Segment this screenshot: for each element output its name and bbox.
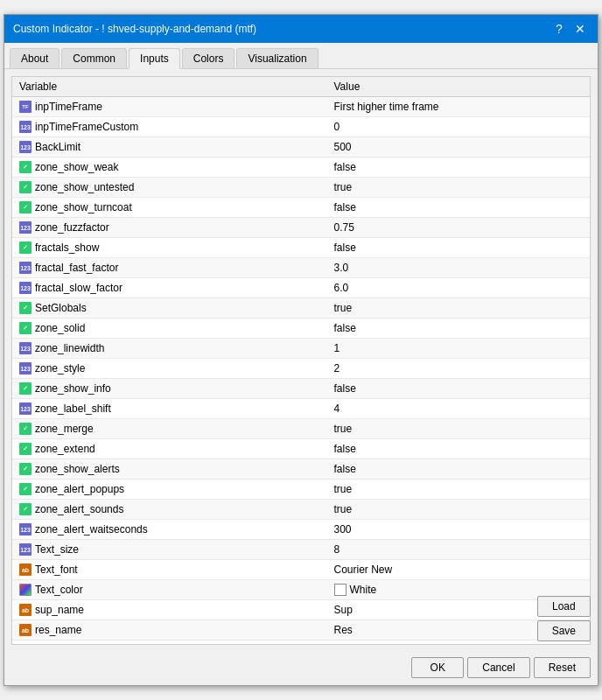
value-cell: false xyxy=(327,318,591,339)
table-row[interactable]: 123inpTimeFrameCustom0 xyxy=(12,117,590,137)
bottom-bar: Load Save OK Cancel Reset xyxy=(4,652,598,685)
tabs-bar: About Common Inputs Colors Visualization xyxy=(4,43,598,69)
content-area: Variable Value TFinpTimeFrameFirst highe… xyxy=(4,69,598,652)
bool-icon: ✓ xyxy=(19,443,32,455)
variable-cell: 123zone_label_shift xyxy=(12,399,327,418)
value-cell: false xyxy=(327,198,591,218)
close-button[interactable]: ✕ xyxy=(571,20,589,38)
table-row[interactable]: 123zone_linewidth1 xyxy=(12,339,590,359)
table-row[interactable]: abtest_nameRetests xyxy=(12,640,590,646)
bool-icon: ✓ xyxy=(19,181,32,193)
value-cell: 8 xyxy=(327,540,591,560)
table-row[interactable]: ✓zone_alert_popupstrue xyxy=(12,480,590,500)
variable-cell: 123Text_size xyxy=(12,540,327,559)
table-row[interactable]: ✓SetGlobalstrue xyxy=(12,298,590,318)
bool-icon: ✓ xyxy=(19,242,32,254)
table-row[interactable]: 123zone_style2 xyxy=(12,359,590,379)
table-row[interactable]: 123zone_fuzzfactor0.75 xyxy=(12,218,590,238)
variable-cell: ✓zone_show_info xyxy=(12,379,327,398)
color-swatch[interactable] xyxy=(334,584,346,596)
reset-button[interactable]: Reset xyxy=(534,657,591,678)
variable-cell: abText_font xyxy=(12,560,327,579)
table-row[interactable]: ✓fractals_showfalse xyxy=(12,238,590,258)
variable-cell: 123fractal_slow_factor xyxy=(12,278,327,298)
table-row[interactable]: 123zone_alert_waitseconds300 xyxy=(12,520,590,540)
param-value: 3.0 xyxy=(334,262,349,274)
bool-icon: ✓ xyxy=(19,161,32,173)
variable-name: zone_alert_waitseconds xyxy=(35,523,148,536)
value-cell: false xyxy=(327,459,591,480)
value-cell: 6.0 xyxy=(327,278,591,298)
variable-name: Text_font xyxy=(35,564,78,576)
param-value: true xyxy=(334,483,353,495)
table-row[interactable]: ✓zone_show_untestedtrue xyxy=(12,178,590,198)
variable-name: fractals_show xyxy=(35,242,99,254)
variable-cell: ✓zone_extend xyxy=(12,439,327,458)
variable-name: zone_extend xyxy=(35,443,95,455)
value-cell: 4 xyxy=(327,399,591,419)
param-value: 2 xyxy=(334,362,340,374)
variable-cell: abtest_name xyxy=(12,640,327,645)
variable-cell: ✓zone_show_weak xyxy=(12,158,327,177)
variable-cell: ✓zone_alert_sounds xyxy=(12,500,327,519)
table-row[interactable]: ✓zone_solidfalse xyxy=(12,318,590,339)
table-row[interactable]: ✓zone_show_alertsfalse xyxy=(12,459,590,480)
table-row[interactable]: abres_nameRes xyxy=(12,620,590,640)
params-table-container[interactable]: Variable Value TFinpTimeFrameFirst highe… xyxy=(11,76,591,645)
table-row[interactable]: ✓zone_mergetrue xyxy=(12,419,590,439)
variable-name: zone_alert_popups xyxy=(35,483,124,495)
param-value: 0 xyxy=(334,121,340,133)
tab-visualization[interactable]: Visualization xyxy=(236,48,318,68)
table-row[interactable]: abText_fontCourier New xyxy=(12,560,590,580)
table-row[interactable]: Text_colorWhite xyxy=(12,580,590,600)
num-icon: 123 xyxy=(19,282,32,294)
value-cell: true xyxy=(327,500,591,520)
table-row[interactable]: ✓zone_show_infofalse xyxy=(12,379,590,399)
ok-button[interactable]: OK xyxy=(411,657,464,678)
color-type-icon xyxy=(19,584,32,596)
variable-name: Text_size xyxy=(35,543,79,556)
table-row[interactable]: absup_nameSup xyxy=(12,600,590,620)
variable-name: zone_merge xyxy=(35,423,94,435)
table-row[interactable]: ✓zone_show_turncoatfalse xyxy=(12,198,590,218)
tab-common[interactable]: Common xyxy=(61,48,127,68)
table-row[interactable]: ✓zone_extendfalse xyxy=(12,439,590,459)
variable-name: inpTimeFrame xyxy=(35,101,102,113)
ab-icon: ab xyxy=(19,604,32,616)
param-value: 1 xyxy=(334,342,340,354)
bool-icon: ✓ xyxy=(19,463,32,475)
table-row[interactable]: ✓zone_alert_soundstrue xyxy=(12,500,590,520)
value-cell: 0 xyxy=(327,117,591,137)
num-icon: 123 xyxy=(19,543,32,556)
help-button[interactable]: ? xyxy=(550,20,568,38)
table-row[interactable]: ✓zone_show_weakfalse xyxy=(12,158,590,178)
param-value: 4 xyxy=(334,402,340,415)
variable-name: SetGlobals xyxy=(35,302,87,314)
title-bar-buttons: ? ✕ xyxy=(550,20,589,38)
param-value: true xyxy=(334,423,353,435)
table-row[interactable]: 123Text_size8 xyxy=(12,540,590,560)
table-row[interactable]: TFinpTimeFrameFirst higher time frame xyxy=(12,97,590,117)
cancel-button[interactable]: Cancel xyxy=(467,657,529,678)
tab-colors[interactable]: Colors xyxy=(182,48,235,68)
table-row[interactable]: 123fractal_slow_factor6.0 xyxy=(12,278,590,298)
save-button[interactable]: Save xyxy=(537,620,591,641)
load-button[interactable]: Load xyxy=(537,596,591,617)
tab-inputs[interactable]: Inputs xyxy=(129,48,180,69)
value-cell: 0.75 xyxy=(327,218,591,238)
col-variable: Variable xyxy=(12,77,327,97)
param-value: Courier New xyxy=(334,564,393,576)
num-icon: 123 xyxy=(19,342,32,354)
num-icon: 123 xyxy=(19,141,32,153)
variable-name: inpTimeFrameCustom xyxy=(35,121,138,133)
table-row[interactable]: 123fractal_fast_factor3.0 xyxy=(12,258,590,278)
col-value: Value xyxy=(327,77,591,97)
tab-about[interactable]: About xyxy=(10,48,60,68)
table-row[interactable]: 123zone_label_shift4 xyxy=(12,399,590,419)
num-icon: 123 xyxy=(19,402,32,415)
value-cell: true xyxy=(327,298,591,318)
variable-name: test_name xyxy=(35,644,84,645)
table-row[interactable]: 123BackLimit500 xyxy=(12,137,590,158)
variable-cell: 123fractal_fast_factor xyxy=(12,258,327,277)
bool-icon: ✓ xyxy=(19,503,32,515)
